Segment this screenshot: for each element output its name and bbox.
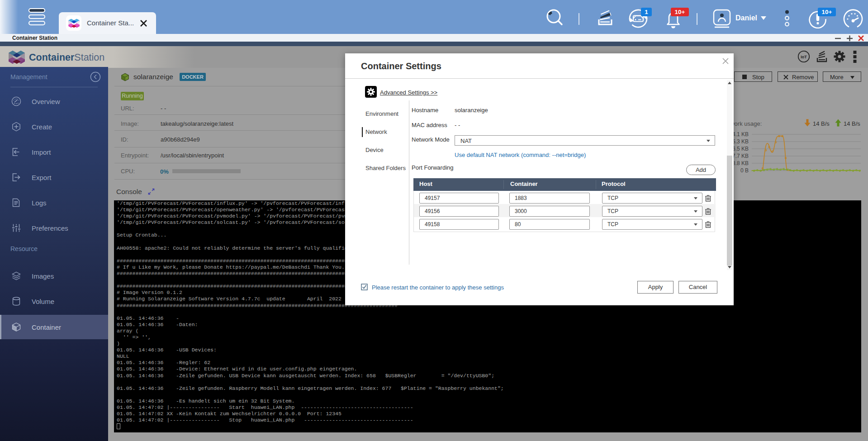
svg-text:IoT: IoT [801,55,807,59]
